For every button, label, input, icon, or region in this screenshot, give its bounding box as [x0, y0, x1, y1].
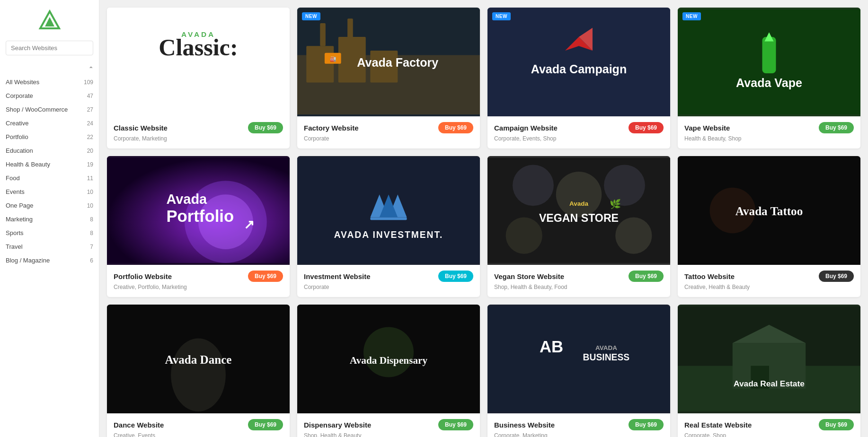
- sidebar-item-label: Marketing: [6, 216, 33, 223]
- buy-button-business[interactable]: Buy $69: [629, 419, 664, 430]
- card-tags-dispensary: Shop, Health & Beauty: [304, 432, 473, 437]
- card-tags-vegan: Shop, Health & Beauty, Food: [494, 284, 664, 290]
- sidebar-item-label: Education: [6, 147, 33, 154]
- sidebar-item-label: Travel: [6, 243, 23, 250]
- card-body-business: Business Website Buy $69 Corporate, Mark…: [487, 413, 670, 437]
- card-footer-dance: Dance Website Buy $69: [114, 419, 283, 430]
- card-body-tattoo: Tattoo Website Buy $69 Creative, Health …: [678, 265, 860, 297]
- sidebar-item-sports[interactable]: Sports8: [0, 226, 99, 240]
- badge-new-campaign: NEW: [492, 12, 511, 20]
- sidebar-item-count: 22: [87, 134, 93, 140]
- buy-button-campaign[interactable]: Buy $69: [629, 122, 664, 133]
- buy-button-vape[interactable]: Buy $69: [819, 122, 854, 133]
- sidebar-item-one-page[interactable]: One Page10: [0, 199, 99, 212]
- sidebar-item-blog-magazine[interactable]: Blog / Magazine6: [0, 253, 99, 267]
- card-title-tattoo: Tattoo Website: [684, 272, 735, 280]
- sidebar-item-label: Shop / WooCommerce: [6, 106, 68, 113]
- svg-rect-45: [487, 158, 670, 263]
- buy-button-factory[interactable]: Buy $69: [438, 122, 473, 133]
- card-body-investment: Investment Website Buy $69 Corporate: [297, 265, 480, 297]
- buy-button-vegan[interactable]: Buy $69: [629, 271, 664, 282]
- buy-button-realestate[interactable]: Buy $69: [819, 419, 854, 430]
- sidebar-logo-area: [0, 0, 99, 41]
- categories-section-title: ⌃: [0, 62, 99, 75]
- avada-logo-icon: [38, 9, 61, 32]
- sidebar-item-creative[interactable]: Creative24: [0, 116, 99, 130]
- card-tags-realestate: Corporate, Shop: [684, 432, 854, 437]
- card-image-dance: Avada Dance: [107, 305, 290, 413]
- sidebar-item-events[interactable]: Events10: [0, 185, 99, 199]
- sidebar-item-health-beauty[interactable]: Health & Beauty19: [0, 157, 99, 171]
- card-image-tattoo: Avada Tattoo: [678, 156, 860, 265]
- sidebar-item-shop-woocommerce[interactable]: Shop / WooCommerce27: [0, 103, 99, 116]
- sidebar-item-count: 8: [90, 216, 93, 223]
- card-realestate: Avada Real Estate Real Estate Website Bu…: [678, 305, 860, 437]
- card-image-portfolio: Avada Portfolio ↗: [107, 156, 290, 265]
- card-image-realestate: Avada Real Estate: [678, 305, 860, 413]
- card-body-dispensary: Dispensary Website Buy $69 Shop, Health …: [297, 413, 480, 437]
- card-image-campaign: Avada Campaign NEW: [487, 8, 670, 116]
- sidebar-item-corporate[interactable]: Corporate47: [0, 89, 99, 103]
- card-classic: Classic: AVADA Classic Website Buy $69 C…: [107, 8, 290, 149]
- card-footer-factory: Factory Website Buy $69: [304, 122, 473, 133]
- sidebar-item-count: 47: [87, 93, 93, 99]
- sidebar-item-count: 10: [87, 202, 93, 209]
- badge-new-factory: NEW: [302, 12, 320, 20]
- card-image-factory: 🏭 Avada Factory NEW: [297, 8, 480, 116]
- sidebar-item-portfolio[interactable]: Portfolio22: [0, 130, 99, 144]
- svg-text:VEGAN STORE: VEGAN STORE: [539, 212, 619, 224]
- buy-button-classic[interactable]: Buy $69: [248, 122, 283, 133]
- svg-rect-2: [107, 9, 290, 114]
- sidebar-item-count: 8: [90, 230, 93, 236]
- svg-text:Avada Dispensary: Avada Dispensary: [350, 355, 427, 366]
- sidebar-item-label: Creative: [6, 120, 28, 127]
- sidebar-item-marketing[interactable]: Marketing8: [0, 212, 99, 226]
- main-content: Classic: AVADA Classic Website Buy $69 C…: [99, 0, 868, 437]
- card-tattoo: Avada Tattoo Tattoo Website Buy $69 Crea…: [678, 156, 860, 297]
- svg-rect-59: [487, 306, 670, 411]
- card-tags-dance: Creative, Events: [114, 432, 283, 437]
- sidebar-item-count: 109: [84, 79, 93, 86]
- card-body-portfolio: Portfolio Website Buy $69 Creative, Port…: [107, 265, 290, 297]
- svg-text:↗: ↗: [244, 218, 255, 232]
- card-image-classic: Classic: AVADA: [107, 8, 290, 116]
- buy-button-dance[interactable]: Buy $69: [248, 419, 283, 430]
- search-input[interactable]: [6, 41, 93, 55]
- card-image-dispensary: Avada Dispensary: [297, 305, 480, 413]
- buy-button-investment[interactable]: Buy $69: [438, 271, 473, 282]
- sidebar-item-label: Blog / Magazine: [6, 257, 50, 264]
- svg-text:BUSINESS: BUSINESS: [583, 352, 630, 362]
- buy-button-dispensary[interactable]: Buy $69: [438, 419, 473, 430]
- card-title-vegan: Vegan Store Website: [494, 272, 564, 280]
- card-tags-vape: Health & Beauty, Shop: [684, 135, 854, 142]
- card-vegan: Avada VEGAN STORE 🌿 Vegan Store Website …: [487, 156, 670, 297]
- sidebar-item-education[interactable]: Education20: [0, 144, 99, 157]
- sidebar-item-label: Sports: [6, 229, 24, 236]
- card-portfolio: Avada Portfolio ↗ Portfolio Website Buy …: [107, 156, 290, 297]
- sidebar: ⌃ All Websites109Corporate47Shop / WooCo…: [0, 0, 99, 437]
- svg-text:🏭: 🏭: [330, 56, 337, 62]
- card-tags-factory: Corporate: [304, 135, 473, 142]
- sidebar-item-count: 20: [87, 148, 93, 154]
- sidebar-item-travel[interactable]: Travel7: [0, 240, 99, 253]
- card-title-business: Business Website: [494, 421, 555, 429]
- buy-button-portfolio[interactable]: Buy $69: [248, 271, 283, 282]
- sidebar-item-label: Food: [6, 175, 20, 182]
- card-body-realestate: Real Estate Website Buy $69 Corporate, S…: [678, 413, 860, 437]
- svg-point-53: [171, 339, 226, 411]
- svg-rect-34: [370, 217, 407, 220]
- card-footer-dispensary: Dispensary Website Buy $69: [304, 419, 473, 430]
- sidebar-item-food[interactable]: Food11: [0, 171, 99, 185]
- sidebar-item-label: Corporate: [6, 92, 33, 99]
- sidebar-item-label: Events: [6, 188, 25, 195]
- card-title-realestate: Real Estate Website: [684, 421, 752, 429]
- sidebar-item-count: 27: [87, 106, 93, 113]
- card-body-vape: Vape Website Buy $69 Health & Beauty, Sh…: [678, 116, 860, 149]
- card-tags-classic: Corporate, Marketing: [114, 135, 283, 142]
- search-area[interactable]: [0, 41, 99, 62]
- card-image-business: AB AVADA BUSINESS: [487, 305, 670, 413]
- svg-text:AVADA: AVADA: [595, 344, 617, 351]
- sidebar-item-all-websites[interactable]: All Websites109: [0, 75, 99, 89]
- buy-button-tattoo[interactable]: Buy $69: [819, 271, 854, 282]
- card-footer-campaign: Campaign Website Buy $69: [494, 122, 664, 133]
